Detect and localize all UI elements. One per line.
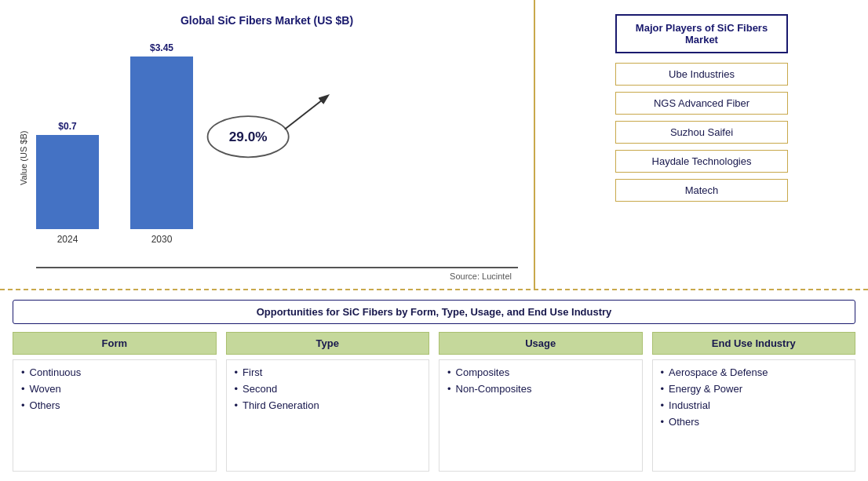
bar-year-2030: 2030 [151,234,173,245]
bar-value-2030: $3.45 [150,42,173,53]
opp-item-usage-1: • Non-Composites [447,383,634,395]
y-axis-label: Value (US $B) [16,35,31,281]
opp-text-industry-1: Energy & Power [669,383,742,395]
opp-items-industry: • Aerospace & Defense • Energy & Power •… [652,359,856,472]
bar-group-2024: $0.7 2024 [36,121,99,245]
opp-column-industry: End Use Industry • Aerospace & Defense •… [652,332,856,472]
top-section: Global SiC Fibers Market (US $B) Value (… [0,0,868,290]
opp-item-form-0: • Continuous [21,366,208,378]
chart-inner: Value (US $B) 29.0% [16,35,518,281]
main-container: Global SiC Fibers Market (US $B) Value (… [0,0,868,481]
opp-item-industry-0: • Aerospace & Defense [661,366,848,378]
player-item-2: Suzhou Saifei [615,121,788,144]
bullet-usage-0: • [447,366,451,378]
opp-item-form-2: • Others [21,399,208,411]
opp-text-form-0: Continuous [30,366,82,378]
opportunities-grid: Form • Continuous • Woven • Others [13,332,855,472]
opp-item-usage-0: • Composites [447,366,634,378]
opp-column-form: Form • Continuous • Woven • Others [13,332,217,472]
cagr-arrow-svg: 29.0% [36,35,518,267]
players-area: Major Players of SiC Fibers Market Ube I… [535,0,868,289]
opp-items-type: • First • Second • Third Generation [226,359,430,472]
opp-item-type-0: • First [235,366,421,378]
bullet-type-2: • [235,399,239,411]
opp-text-industry-3: Others [669,416,699,428]
bullet-industry-3: • [661,416,665,428]
chart-area: Global SiC Fibers Market (US $B) Value (… [0,0,534,289]
opp-text-type-0: First [243,366,262,378]
chart-title: Global SiC Fibers Market (US $B) [181,14,353,27]
bar-2024 [36,135,99,229]
bullet-industry-1: • [661,383,665,395]
bullet-form-0: • [21,366,25,378]
opportunities-title: Opportunities for SiC Fibers by Form, Ty… [13,300,855,324]
opp-column-usage: Usage • Composites • Non-Composites [439,332,643,472]
opp-text-usage-1: Non-Composites [456,383,532,395]
bar-year-2024: 2024 [57,234,78,245]
opp-text-type-2: Third Generation [243,399,319,411]
bottom-section: Opportunities for SiC Fibers by Form, Ty… [0,290,868,481]
bar-group-2030: $3.45 2030 [130,42,193,245]
opp-text-usage-0: Composites [456,366,510,378]
opp-item-industry-3: • Others [661,416,848,428]
opp-item-industry-2: • Industrial [661,399,848,411]
opp-text-industry-0: Aerospace & Defense [669,366,768,378]
opp-item-type-2: • Third Generation [235,399,421,411]
player-item-1: NGS Advanced Fiber [615,92,788,115]
bullet-type-0: • [235,366,239,378]
source-label: Source: Lucintel [36,268,518,281]
opp-header-industry: End Use Industry [652,332,856,355]
svg-line-2 [285,98,326,129]
opp-column-type: Type • First • Second • Third Generation [226,332,430,472]
opp-header-type: Type [226,332,430,355]
opp-item-industry-1: • Energy & Power [661,383,848,395]
bullet-form-2: • [21,399,25,411]
bars-container: 29.0% $0.7 [36,35,518,268]
bar-2030 [130,56,193,229]
bar-value-2024: $0.7 [58,121,76,132]
chart-plot: 29.0% $0.7 [36,35,518,281]
opp-text-form-1: Woven [30,383,61,395]
opp-header-usage: Usage [439,332,643,355]
bullet-usage-1: • [447,383,451,395]
bullet-form-1: • [21,383,25,395]
svg-text:29.0%: 29.0% [229,129,268,144]
bullet-industry-0: • [661,366,665,378]
opp-text-form-2: Others [30,399,60,411]
svg-point-0 [208,116,289,157]
opp-item-type-1: • Second [235,383,421,395]
opp-text-type-1: Second [243,383,277,395]
opp-items-usage: • Composites • Non-Composites [439,359,643,472]
player-item-0: Ube Industries [615,63,788,86]
opp-item-form-1: • Woven [21,383,208,395]
player-item-3: Haydale Technologies [615,150,788,173]
opp-text-industry-2: Industrial [669,399,710,411]
players-title: Major Players of SiC Fibers Market [615,14,788,53]
bullet-type-1: • [235,383,239,395]
player-item-4: Matech [615,179,788,202]
opp-header-form: Form [13,332,217,355]
bullet-industry-2: • [661,399,665,411]
opp-items-form: • Continuous • Woven • Others [13,359,217,472]
